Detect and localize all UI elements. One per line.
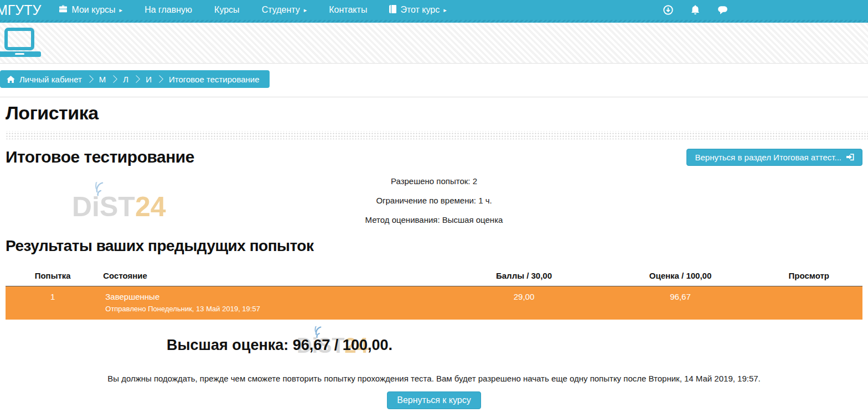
navbar-right-icons [663,0,728,20]
nav-item-home[interactable]: На главную [133,0,203,20]
page-title: Логистика [6,102,862,124]
chevron-right-icon [156,75,163,83]
quiz-info: Разрешено попыток: 2 Ограничение по врем… [6,176,862,224]
briefcase-icon [59,5,68,15]
marks-cell: 29,00 [442,286,605,320]
arrow-down-circle-icon[interactable] [663,5,673,15]
attempts-allowed-text: Разрешено попыток: 2 [6,176,862,186]
breadcrumb-link-l[interactable]: Л [123,75,128,84]
back-to-section-button[interactable]: Вернуться в раздел Итоговая аттест... [686,149,862,166]
caret-right-icon: ▸ [443,7,447,13]
column-header-attempt: Попытка [6,267,100,286]
nav-item-student[interactable]: Студенту ▸ [251,0,318,20]
caret-right-icon: ▸ [304,7,307,13]
site-header-band [0,23,868,64]
attempt-number-cell: 1 [6,286,100,320]
results-heading: Результаты ваших предыдущих попыток [6,237,862,255]
attempts-table: Попытка Состояние Баллы / 30,00 Оценка /… [6,267,862,320]
review-cell [755,286,862,320]
home-icon [7,76,15,83]
wait-message: Вы должны подождать, прежде чем сможете … [6,374,862,383]
back-to-course-button[interactable]: Вернуться к курсу [387,391,480,409]
laptop-icon-notch [15,53,24,55]
caret-right-icon: ▸ [120,7,123,13]
final-grade-text: Высшая оценка: 96,67 / 100,00. [6,337,554,354]
back-to-course-label: Вернуться к курсу [397,395,471,405]
nav-label: Студенту [262,5,300,15]
column-header-marks: Баллы / 30,00 [442,267,605,286]
chevron-right-icon [110,75,117,83]
time-limit-text: Ограничение по времени: 1 ч. [6,196,862,205]
breadcrumb: Личный кабинет М Л И Итоговое тестирован… [0,70,270,88]
chevron-right-icon [86,75,94,83]
nav-label: Контакты [329,5,367,15]
state-submitted-date: Отправлено Понедельник, 13 Май 2019, 19:… [105,305,442,313]
dotted-divider [6,131,868,139]
state-cell: Завершенные Отправлено Понедельник, 13 М… [100,286,442,320]
breadcrumb-link-m[interactable]: М [99,75,106,84]
chevron-right-icon [132,75,140,83]
brand-logo[interactable]: МГУТУ [0,2,48,18]
state-label: Завершенные [105,292,442,301]
column-header-grade: Оценка / 100,00 [606,267,756,286]
nav-label: Мои курсы [71,5,115,15]
book-icon [389,5,396,15]
nav-item-courses[interactable]: Курсы [203,0,251,20]
quiz-title: Итоговое тестирование [6,148,194,166]
column-header-review: Просмотр [755,267,862,286]
top-navbar: МГУТУ Мои курсы ▸ На главную Курсы Студе… [0,0,868,20]
nav-label: На главную [144,5,192,15]
laptop-icon[interactable] [4,28,34,50]
bell-icon[interactable] [690,5,700,15]
nav-label: Этот курс [400,5,440,15]
main-content: DiST24 DiST24 Логистика Итоговое тестиро… [0,97,868,409]
back-to-section-label: Вернуться в раздел Итоговая аттест... [695,153,841,162]
sign-in-icon [846,153,854,161]
nav-item-contacts[interactable]: Контакты [318,0,378,20]
grading-method-text: Метод оценивания: Высшая оценка [6,215,862,224]
nav-item-my-courses[interactable]: Мои курсы ▸ [48,0,133,20]
breadcrumb-current-page: Итоговое тестирование [169,75,260,84]
breadcrumb-link-i[interactable]: И [146,75,152,84]
breadcrumb-dashboard-link[interactable]: Личный кабинет [7,75,82,84]
grade-cell: 96,67 [606,286,756,320]
chat-icon[interactable] [717,6,728,15]
column-header-state: Состояние [100,267,442,286]
table-row: 1 Завершенные Отправлено Понедельник, 13… [6,286,862,320]
breadcrumb-label: Личный кабинет [19,75,82,84]
nav-item-this-course[interactable]: Этот курс ▸ [378,0,457,20]
nav-label: Курсы [214,5,240,15]
